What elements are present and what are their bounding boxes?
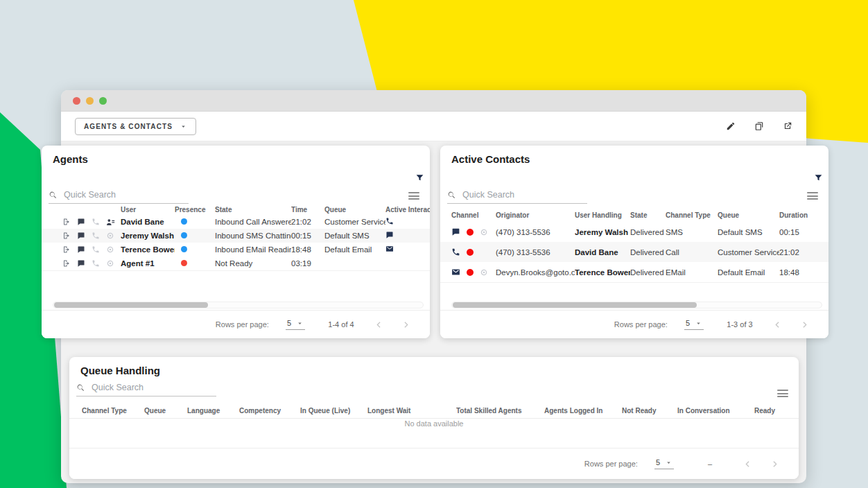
duplicate-icon[interactable]	[754, 121, 764, 131]
menu-icon[interactable]	[807, 192, 818, 202]
time-cell: 00:15	[291, 232, 324, 240]
eye-icon[interactable]	[480, 228, 488, 236]
agents-quick-search	[49, 189, 189, 204]
agents-search-input[interactable]	[62, 189, 189, 200]
previous-page-button[interactable]	[773, 320, 782, 329]
horizontal-scrollbar[interactable]	[451, 302, 822, 308]
table-row[interactable]: Jeremy Walsh Inbound SMS Chatting 00:15 …	[42, 229, 430, 243]
empty-state-message: No data available	[69, 419, 799, 428]
next-page-button[interactable]	[800, 320, 809, 329]
window-toolbar: AGENTS & CONTACTS	[61, 112, 806, 141]
queue-cell: Default Email	[718, 268, 779, 277]
queue-search-input[interactable]	[90, 382, 216, 393]
eye-icon[interactable]	[106, 245, 114, 254]
call-icon[interactable]	[92, 218, 100, 226]
column-time: Time	[291, 206, 324, 214]
horizontal-scrollbar[interactable]	[53, 302, 424, 308]
close-window-button[interactable]	[73, 97, 80, 105]
view-selector-dropdown[interactable]: AGENTS & CONTACTS	[75, 118, 196, 135]
minimize-window-button[interactable]	[86, 97, 94, 105]
rows-per-page-select[interactable]: 5	[286, 319, 305, 330]
scrollbar-thumb[interactable]	[453, 302, 697, 308]
eye-icon[interactable]	[106, 232, 114, 240]
column-channel-type: Channel Type	[666, 211, 718, 219]
rows-per-page-label: Rows per page:	[584, 460, 638, 468]
rows-per-page-select[interactable]: 5	[654, 458, 674, 469]
pagination: Rows per page: 5 1-4 of 4	[42, 310, 430, 338]
active-interaction-cell	[385, 231, 430, 241]
dashboard-canvas: AGENTS & CONTACTS Agents User Presence S…	[0, 0, 868, 488]
view-selector-label: AGENTS & CONTACTS	[84, 123, 173, 130]
menu-icon[interactable]	[408, 192, 419, 202]
table-row[interactable]: David Bane Inbound Call Answered 21:02 C…	[42, 215, 430, 229]
column-agents-logged-in: Agents Logged In	[544, 407, 622, 415]
originator-cell: (470) 313-5536	[496, 248, 575, 256]
previous-page-button[interactable]	[743, 460, 752, 469]
eye-icon[interactable]	[480, 268, 488, 277]
previous-page-button[interactable]	[374, 320, 383, 329]
queue-cell: Default SMS	[324, 232, 385, 240]
call-icon[interactable]	[92, 259, 100, 268]
sign-out-icon[interactable]	[62, 259, 71, 268]
presence-cell	[175, 245, 215, 254]
email-icon[interactable]	[385, 245, 394, 253]
filter-icon[interactable]	[814, 173, 823, 182]
presence-cell	[175, 259, 215, 268]
column-queue: Queue	[144, 407, 187, 415]
chat-icon[interactable]	[77, 218, 85, 226]
open-in-new-icon[interactable]	[783, 121, 792, 131]
sign-out-icon[interactable]	[62, 232, 71, 240]
email-icon	[451, 268, 460, 277]
chat-icon[interactable]	[385, 231, 394, 239]
chat-icon[interactable]	[77, 259, 85, 268]
table-row[interactable]: Terence Bowen Inbound EMail Reading 18:4…	[42, 243, 430, 257]
scrollbar-thumb[interactable]	[54, 302, 208, 308]
queue-cell: Customer Service	[324, 218, 385, 226]
rows-per-page-select[interactable]: 5	[684, 319, 704, 330]
user-handling-cell: Jeremy Walsh	[575, 228, 630, 236]
next-page-button[interactable]	[401, 320, 410, 329]
channel-cell	[451, 247, 496, 256]
call-icon[interactable]	[385, 217, 394, 225]
contacts-quick-search	[447, 189, 587, 204]
table-row[interactable]: Devyn.Brooks@goto.com Terence Bowen Deli…	[440, 262, 828, 283]
call-icon[interactable]	[92, 232, 100, 240]
sign-out-icon[interactable]	[62, 218, 71, 226]
table-row[interactable]: Agent #1 Not Ready 03:19	[42, 256, 430, 271]
chevron-down-icon	[180, 123, 187, 130]
state-cell: Inbound Call Answered	[215, 218, 291, 226]
call-icon[interactable]	[92, 245, 100, 254]
state-cell: Inbound SMS Chatting	[215, 232, 291, 240]
chevron-down-icon	[296, 320, 304, 327]
originator-cell: (470) 313-5536	[496, 228, 575, 236]
queue-quick-search	[76, 382, 216, 397]
menu-icon[interactable]	[777, 390, 788, 399]
eye-icon[interactable]	[106, 259, 114, 268]
queue-handling-card: Queue Handling Channel Type Queue Langua…	[69, 357, 799, 479]
pagination-range: 1-4 of 4	[326, 320, 356, 329]
edit-icon[interactable]	[726, 121, 736, 131]
row-actions	[62, 259, 121, 268]
active-contacts-card: Active Contacts Channel Originator User …	[440, 146, 828, 338]
active-contacts-card-title: Active Contacts	[451, 153, 530, 165]
table-row[interactable]: (470) 313-5536 David Bane Delivered Call…	[440, 242, 828, 263]
sign-out-icon[interactable]	[62, 245, 71, 254]
state-cell: Delivered	[630, 268, 666, 277]
queue-handling-card-title: Queue Handling	[80, 365, 160, 376]
presence-dot	[181, 260, 187, 266]
column-channel: Channel	[451, 211, 496, 219]
state-cell: Inbound EMail Reading	[215, 245, 291, 254]
column-presence: Presence	[175, 206, 215, 214]
agents-table-header: User Presence State Time Queue Active In…	[42, 204, 430, 215]
agent-details-icon[interactable]	[106, 218, 115, 227]
search-icon	[447, 191, 456, 200]
filter-icon[interactable]	[415, 173, 424, 182]
chat-icon[interactable]	[77, 232, 85, 240]
rows-per-page-value: 5	[287, 319, 291, 327]
contacts-search-input[interactable]	[461, 189, 587, 200]
table-row[interactable]: (470) 313-5536 Jeremy Walsh Delivered SM…	[440, 222, 828, 243]
queue-cell: Default Email	[324, 245, 385, 254]
chat-icon[interactable]	[77, 245, 85, 254]
next-page-button[interactable]	[770, 460, 779, 469]
zoom-window-button[interactable]	[99, 97, 107, 105]
